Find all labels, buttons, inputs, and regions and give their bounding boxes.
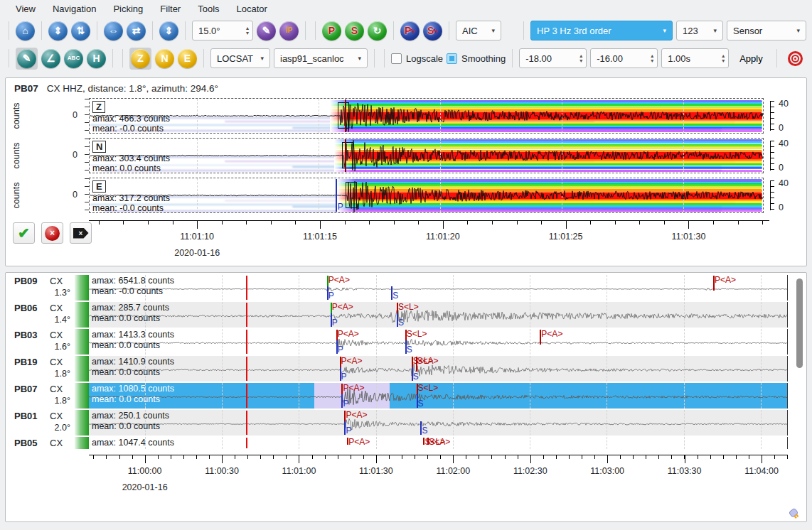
- station-row-pb01[interactable]: PB01 CX 2.0° amax: 250.1 countsmean: 0.0…: [6, 410, 806, 436]
- pick-tool-button[interactable]: ✎: [257, 21, 276, 40]
- component-z-button[interactable]: Z: [131, 49, 150, 68]
- axis-tick: [569, 455, 570, 459]
- distance-tool-button[interactable]: H: [87, 49, 106, 68]
- checkbox-unchecked-icon[interactable]: [391, 53, 402, 64]
- axis-tick: [505, 455, 506, 459]
- goto-p-button[interactable]: P: [322, 21, 341, 40]
- station-row-pb06[interactable]: PB06 CX 1.4° amax: 285.7 countsmean: 0.0…: [6, 302, 806, 328]
- menu-view[interactable]: View: [7, 1, 44, 16]
- menu-filter[interactable]: Filter: [151, 1, 189, 16]
- network-code: CX: [50, 303, 63, 313]
- component-e-button[interactable]: E: [178, 49, 197, 68]
- time-window-spinbox[interactable]: 1.00s ▴▾: [661, 48, 729, 68]
- logscale-checkbox[interactable]: Logscale: [391, 53, 443, 64]
- min-amplitude-spinbox[interactable]: -18.00 ▴▾: [519, 48, 587, 68]
- pick-marker[interactable]: [345, 139, 346, 172]
- commit-solution-button[interactable]: [784, 47, 806, 70]
- spinner-arrows-icon[interactable]: ▴▾: [246, 26, 249, 36]
- window: { "menu": { "items": ["View", "Navigatio…: [0, 0, 812, 530]
- goto-s-button[interactable]: S: [345, 21, 364, 40]
- menu-navigation[interactable]: Navigation: [44, 1, 105, 16]
- max-amplitude-spinbox[interactable]: -16.00 ▴▾: [590, 48, 658, 68]
- pick-phase-label: S: [422, 426, 427, 436]
- zoom-vertical-button[interactable]: ⇕: [48, 21, 68, 40]
- scrollbar-thumb[interactable]: [796, 278, 803, 368]
- home-button[interactable]: ⌂: [16, 21, 35, 40]
- menu-locator[interactable]: Locator: [228, 1, 276, 16]
- pick-marker[interactable]: [345, 99, 346, 132]
- picker-panel: PB07CX HHZ, distance: 1.8°, azimuth: 294…: [5, 77, 807, 266]
- toolbar-separator: [512, 49, 513, 67]
- station-trace[interactable]: amax: 250.1 countsmean: 0.0 counts P<A>P…: [89, 410, 788, 436]
- station-distance: 1.3°: [55, 288, 70, 298]
- confirm-button[interactable]: ✔: [13, 222, 35, 244]
- trace-plot-e[interactable]: E amax: 317.2 countsmean: -0.0 counts P: [89, 178, 764, 213]
- normalize-horizontal-button[interactable]: ⇄: [127, 21, 146, 40]
- axis-tick: [517, 221, 518, 225]
- pick-marker[interactable]: [336, 179, 337, 212]
- station-row-pb07-selected[interactable]: PB07 CX 1.8° amax: 1080.5 countsmean: 0.…: [6, 383, 806, 409]
- axis-tick: [713, 221, 714, 225]
- station-trace[interactable]: amax: 1047.4 counts P<A>S<L>S<A>: [89, 437, 788, 449]
- spinner-arrows-icon[interactable]: ▴▾: [579, 53, 582, 63]
- relocate-button[interactable]: ↻: [368, 21, 387, 40]
- locator-combo[interactable]: LOCSAT ▾: [210, 48, 270, 68]
- sensor-combo[interactable]: Sensor ▾: [727, 21, 806, 40]
- station-label: PB01 CX 2.0°: [6, 410, 89, 436]
- station-row-pb03[interactable]: PB03 CX 1.6° amax: 1413.3 countsmean: 0.…: [6, 329, 806, 355]
- ruler-tool-button[interactable]: ✎: [17, 49, 36, 68]
- station-trace[interactable]: amax: 1410.9 countsmean: 0.0 counts P<A>…: [89, 356, 788, 382]
- trace-plot-z[interactable]: Z amax: 466.3 countsmean: -0.0 counts: [89, 98, 764, 134]
- ip-pick-button[interactable]: IP: [279, 21, 299, 40]
- spinner-arrows-icon[interactable]: ▴▾: [651, 53, 653, 63]
- station-trace[interactable]: amax: 1413.3 countsmean: 0.0 counts P<A>…: [89, 329, 788, 355]
- alignment-combo[interactable]: AIC ▾: [456, 21, 501, 40]
- reject-button[interactable]: ×: [41, 222, 63, 244]
- axis-tick: [543, 455, 544, 459]
- filter-combo[interactable]: HP 3 Hz 3rd order ▾: [530, 21, 673, 40]
- station-label: PB06 CX 1.4°: [6, 302, 89, 328]
- angle-tool-button[interactable]: ∠: [41, 49, 60, 68]
- label-tool-button[interactable]: ABC: [64, 49, 83, 68]
- trace-plot-n[interactable]: N amax: 303.4 countsmean: 0.0 counts: [89, 138, 764, 173]
- station-row-pb05[interactable]: PB05 CX amax: 1047.4 counts P<A>S<L>S<A>: [6, 437, 806, 449]
- toolbar-separator: [523, 21, 524, 40]
- station-trace[interactable]: amax: 1080.5 countsmean: 0.0 counts P<A>…: [89, 383, 788, 409]
- station-row-pb19[interactable]: PB19 CX 1.8° amax: 1410.9 countsmean: 0.…: [6, 356, 806, 382]
- axis-tick-label: 11:01:20: [426, 232, 460, 242]
- axis-tick-label: 11:01:15: [303, 232, 337, 242]
- axis-tick: [479, 455, 479, 459]
- show-p-waveform-button[interactable]: P∿: [400, 21, 420, 40]
- station-distance: 1.4°: [55, 315, 70, 325]
- amplitude-scale-button[interactable]: ⇕: [159, 21, 178, 40]
- checkbox-checked-icon[interactable]: [447, 53, 457, 64]
- apply-button[interactable]: Apply: [732, 50, 770, 67]
- amplitude-axis-label: counts: [11, 183, 21, 209]
- alignment-value: AIC: [462, 26, 478, 36]
- station-row-pb09[interactable]: PB09 CX 1.3° amax: 6541.8 countsmean: -0…: [6, 275, 806, 301]
- station-trace[interactable]: amax: 285.7 countsmean: 0.0 counts P<A>P…: [89, 302, 788, 328]
- menu-tools[interactable]: Tools: [189, 1, 228, 16]
- rotation-angle-spinbox[interactable]: 15.0° ▴▾: [192, 21, 253, 40]
- spinner-arrows-icon[interactable]: ▴▾: [722, 53, 725, 63]
- pick-phase-label: P: [332, 318, 338, 328]
- trace-row-e: counts 0 E amax: 317.2 countsmean: -0.0 …: [6, 178, 801, 213]
- axis-tick: [222, 221, 223, 225]
- amplitude-zero-label: 0: [73, 150, 78, 160]
- profile-combo[interactable]: iasp91_scanloc ▾: [274, 48, 368, 68]
- station-trace[interactable]: amax: 6541.8 countsmean: -0.0 counts P<A…: [89, 275, 788, 301]
- axis-tick: [723, 455, 724, 459]
- smoothing-checkbox[interactable]: Smoothing: [447, 53, 506, 64]
- pick-phase-label: P: [338, 345, 343, 355]
- component-n-button[interactable]: N: [155, 49, 174, 68]
- scrollbar[interactable]: [796, 277, 803, 443]
- axis-tick-label: 11:01:30: [672, 232, 706, 242]
- zoom-horizontal-button[interactable]: ⇔: [104, 21, 123, 40]
- menu-picking[interactable]: Picking: [105, 1, 151, 16]
- ip-icon: IP: [286, 27, 292, 34]
- show-s-waveform-button[interactable]: S∿: [423, 21, 442, 40]
- normalize-vertical-button[interactable]: ⇅: [71, 21, 90, 40]
- station-code: PB01: [14, 411, 38, 421]
- station-code: PB07: [14, 384, 38, 394]
- channels-combo[interactable]: 123 ▾: [676, 21, 723, 40]
